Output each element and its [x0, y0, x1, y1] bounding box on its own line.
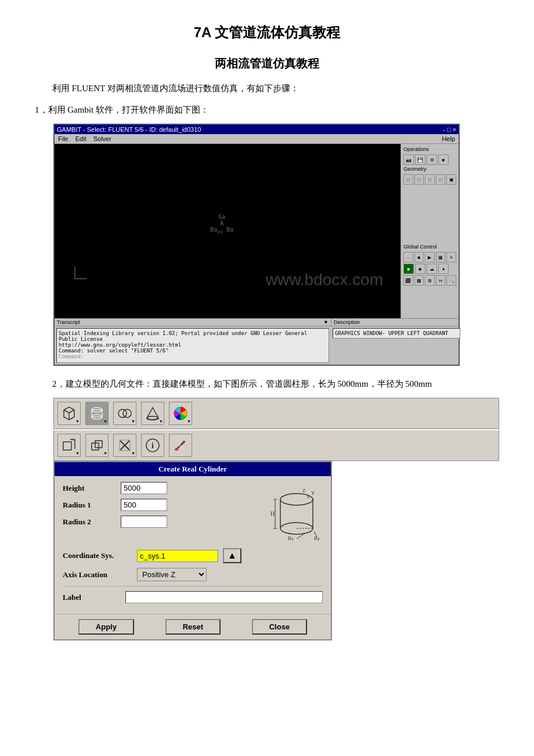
menu-file[interactable]: File	[58, 135, 68, 142]
step1-text: 1，利用 Gambit 软件，打开软件界面如下图：	[35, 102, 499, 118]
gc-btn-6[interactable]: ■	[403, 264, 414, 274]
sub-title: 两相流管道仿真教程	[35, 56, 499, 71]
menu-edit[interactable]: Edit	[75, 135, 86, 142]
radius1-input[interactable]	[121, 499, 167, 511]
axis-location-label: Axis Location	[63, 570, 132, 579]
dialog-area: ▼ ▼ ▼ ▼	[53, 398, 499, 640]
radius2-input[interactable]	[121, 516, 167, 528]
gc-btn-7[interactable]: ■	[415, 264, 425, 274]
gc-btn-13[interactable]: H	[436, 275, 446, 286]
torus-icon[interactable]: ▼	[113, 402, 136, 425]
transcript-label: Transcript	[57, 319, 80, 325]
command-input[interactable]	[87, 354, 122, 359]
cylinder-diagram: H Z Y x R₁ R₂	[253, 482, 323, 548]
description-label: Description	[334, 319, 360, 325]
axis-indicator	[72, 264, 89, 283]
sidebar-global: Global Control	[403, 244, 456, 250]
transcript-panel: Spatial Indexing Library version 1.02; P…	[56, 328, 329, 363]
radius1-label: Radius 1	[63, 501, 121, 510]
svg-text:H: H	[270, 510, 275, 517]
geo-btn-4[interactable]: □	[436, 174, 446, 185]
gambit-title: GAMBIT - Select: FLUENT 5/6 - ID: defaul…	[57, 126, 201, 133]
svg-point-23	[175, 448, 178, 451]
label-input[interactable]	[125, 591, 323, 603]
sidebar-operations: Operations	[403, 146, 456, 152]
gambit-sidebar: Operations 📷 💾 ⚙ ■ Geometry □ □ □ □ ▣ Gl…	[400, 144, 459, 318]
op-btn-3[interactable]: ⚙	[427, 154, 437, 165]
svg-rect-13	[63, 442, 71, 450]
gc-btn-12[interactable]: ⊞	[425, 275, 435, 286]
intro-text: 利用 FLUENT 对两相流管道内流场进行数值仿真，有如下步骤：	[35, 81, 499, 96]
cube-icon[interactable]: ▼	[57, 402, 81, 425]
description-panel: GRAPHICS WINDOW- UPPER LEFT QUADRANT	[333, 328, 460, 339]
create-cylinder-dialog: Create Real Cylinder Height Radius 1	[53, 461, 332, 640]
gambit-canvas: Ga A Baxx Ba www.bdocx.com	[55, 144, 400, 318]
gc-btn-2[interactable]: ■	[414, 252, 424, 262]
svg-line-4	[69, 410, 74, 413]
menu-help[interactable]: Help	[442, 135, 455, 142]
menu-solver[interactable]: Solver	[93, 135, 111, 142]
svg-point-10	[123, 409, 131, 417]
radius2-label: Radius 2	[63, 517, 121, 527]
watermark-text: www.bdocx.com	[266, 271, 383, 289]
svg-text:R₁: R₁	[288, 535, 294, 541]
svg-point-9	[118, 409, 127, 417]
coord-sys-label: Coordinate Sys.	[63, 551, 132, 560]
svg-text:i: i	[151, 441, 154, 450]
geo-btn-2[interactable]: □	[414, 174, 424, 185]
op-btn-1[interactable]: 📷	[403, 154, 414, 165]
label-label: Label	[63, 593, 121, 602]
apply-button[interactable]: Apply	[78, 619, 134, 635]
import-icon[interactable]: ▼	[57, 434, 81, 457]
dialog-header: Create Real Cylinder	[55, 462, 331, 476]
geo-btn-5[interactable]: ▣	[446, 174, 456, 185]
gc-btn-11[interactable]: ▩	[414, 275, 424, 286]
gc-btn-9[interactable]: ♦	[438, 264, 449, 274]
geo-btn-1[interactable]: □	[403, 174, 413, 185]
coord-sys-input[interactable]	[137, 550, 218, 562]
svg-text:R₂: R₂	[314, 535, 320, 541]
step2-text: 2，建立模型的几何文件：直接建体模型，如下图所示，管道圆柱形，长为 5000mm…	[52, 376, 499, 392]
svg-text:Z: Z	[302, 488, 306, 494]
geo-btn-3[interactable]: □	[425, 174, 435, 185]
dialog-buttons: Apply Reset Close	[55, 614, 331, 639]
gc-btn-10[interactable]: ⬛	[403, 275, 413, 286]
coord-sys-pick-btn[interactable]: ▲	[223, 548, 241, 563]
height-label: Height	[63, 484, 121, 493]
window-controls: - □ ×	[443, 126, 456, 133]
reset-button[interactable]: Reset	[165, 619, 221, 635]
canvas-center-text: Ga	[210, 214, 233, 220]
svg-line-3	[64, 410, 69, 413]
svg-rect-7	[92, 410, 102, 417]
gc-btn-8[interactable]: ☁	[427, 264, 437, 274]
cylinder-icon[interactable]: ▼	[85, 402, 109, 425]
icon-toolbar-row1: ▼ ▼ ▼ ▼	[53, 398, 499, 429]
op-btn-4[interactable]: ■	[438, 154, 449, 165]
main-title: 7A 文管道流体仿真教程	[35, 23, 499, 42]
close-button[interactable]: Close	[252, 619, 307, 635]
gc-btn-4[interactable]: ▦	[436, 252, 446, 262]
paintbrush-icon[interactable]	[169, 434, 192, 457]
info-icon[interactable]: i	[141, 434, 164, 457]
op-btn-2[interactable]: 💾	[415, 154, 425, 165]
svg-point-11	[147, 416, 158, 420]
gc-btn-14[interactable]: 🔍	[446, 275, 456, 286]
height-input[interactable]	[121, 482, 167, 494]
gc-btn-1[interactable]: -	[403, 252, 413, 262]
gc-btn-3[interactable]: ▶	[425, 252, 435, 262]
gc-btn-5[interactable]: ≡	[446, 252, 456, 262]
svg-text:x: x	[307, 494, 310, 499]
sidebar-geometry: Geometry	[403, 166, 456, 172]
cone-icon[interactable]: ▼	[141, 402, 164, 425]
gambit-screenshot: GAMBIT - Select: FLUENT 5/6 - ID: defaul…	[53, 124, 499, 366]
axis-location-select[interactable]: Positive Z	[137, 568, 207, 581]
boolean-icon[interactable]: ▼	[113, 434, 136, 457]
color-wheel-icon[interactable]: ▼	[169, 402, 192, 425]
svg-text:Y: Y	[311, 490, 315, 496]
copy-icon[interactable]: ▼	[85, 434, 109, 457]
icon-toolbar-row2: ▼ ▼ ▼ i	[53, 430, 499, 461]
